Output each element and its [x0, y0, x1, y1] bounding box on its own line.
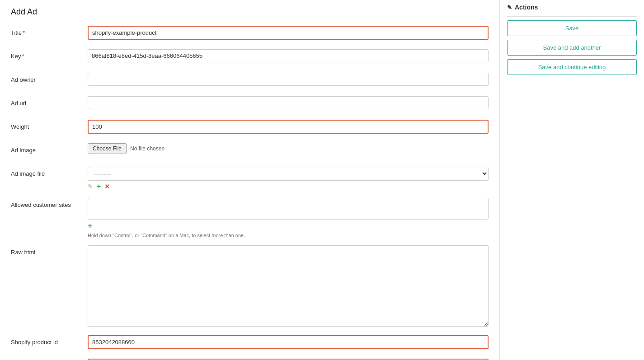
add-icon[interactable]: +: [97, 182, 101, 191]
allowed-sites-select[interactable]: [88, 198, 489, 220]
ad-image-field: Choose File No file chosen: [88, 143, 489, 154]
weight-input[interactable]: [88, 120, 489, 134]
allowed-sites-help: Hold down "Control", or "Command" on a M…: [88, 233, 489, 238]
shopify-product-id-input[interactable]: [88, 335, 489, 349]
key-field: [88, 49, 489, 62]
key-row: Key*: [11, 49, 489, 65]
ad-owner-row: Ad owner: [11, 73, 489, 89]
title-row: Title*: [11, 26, 489, 42]
ad-image-label: Ad image: [11, 143, 88, 154]
save-button[interactable]: Save: [507, 20, 637, 36]
no-file-text: No file chosen: [130, 145, 165, 152]
ad-url-label: Ad url: [11, 96, 88, 107]
actions-edit-icon: ✎: [507, 4, 512, 11]
title-label: Title*: [11, 26, 88, 36]
edit-icon[interactable]: ✎: [88, 183, 93, 190]
sidebar: ✎ Actions Save Save and add another Save…: [499, 0, 644, 360]
add-site-icon[interactable]: +: [88, 221, 489, 231]
key-input[interactable]: [88, 49, 489, 62]
file-input-wrapper: Choose File No file chosen: [88, 143, 489, 154]
weight-field: [88, 120, 489, 134]
page-title: Add Ad: [11, 7, 489, 17]
save-continue-button[interactable]: Save and continue editing: [507, 59, 637, 75]
raw-html-field: [88, 245, 489, 328]
allowed-sites-field: + Hold down "Control", or "Command" on a…: [88, 198, 489, 238]
weight-row: Weight: [11, 120, 489, 136]
shopify-product-id-row: Shopify product id: [11, 335, 489, 351]
choose-file-button[interactable]: Choose File: [88, 143, 127, 154]
ad-owner-input[interactable]: [88, 73, 489, 86]
title-field: [88, 26, 489, 40]
ad-owner-field: [88, 73, 489, 86]
shopify-product-id-field: [88, 335, 489, 349]
allowed-sites-label: Allowed customer sites: [11, 198, 88, 208]
raw-html-textarea[interactable]: [88, 245, 489, 327]
save-add-button[interactable]: Save and add another: [507, 40, 637, 56]
ad-owner-label: Ad owner: [11, 73, 88, 83]
shopify-product-id-label: Shopify product id: [11, 335, 88, 346]
ad-image-row: Ad image Choose File No file chosen: [11, 143, 489, 159]
ad-image-file-field: --------- ✎ + ✕: [88, 167, 489, 191]
raw-html-label: Raw html: [11, 245, 88, 256]
actions-divider: [507, 16, 637, 17]
ad-url-field: [88, 96, 489, 109]
weight-label: Weight: [11, 120, 88, 130]
ad-image-file-icons: ✎ + ✕: [88, 182, 489, 191]
ad-url-input[interactable]: [88, 96, 489, 109]
actions-title: ✎ Actions: [507, 4, 637, 11]
title-input[interactable]: [88, 26, 489, 40]
key-label: Key*: [11, 49, 88, 60]
allowed-sites-row: Allowed customer sites + Hold down "Cont…: [11, 198, 489, 238]
delete-icon[interactable]: ✕: [104, 183, 110, 190]
raw-html-row: Raw html: [11, 245, 489, 328]
ad-image-file-select[interactable]: ---------: [88, 167, 489, 181]
ad-image-file-row: Ad image file --------- ✎ + ✕: [11, 167, 489, 191]
ad-url-row: Ad url: [11, 96, 489, 112]
ad-image-file-label: Ad image file: [11, 167, 88, 177]
